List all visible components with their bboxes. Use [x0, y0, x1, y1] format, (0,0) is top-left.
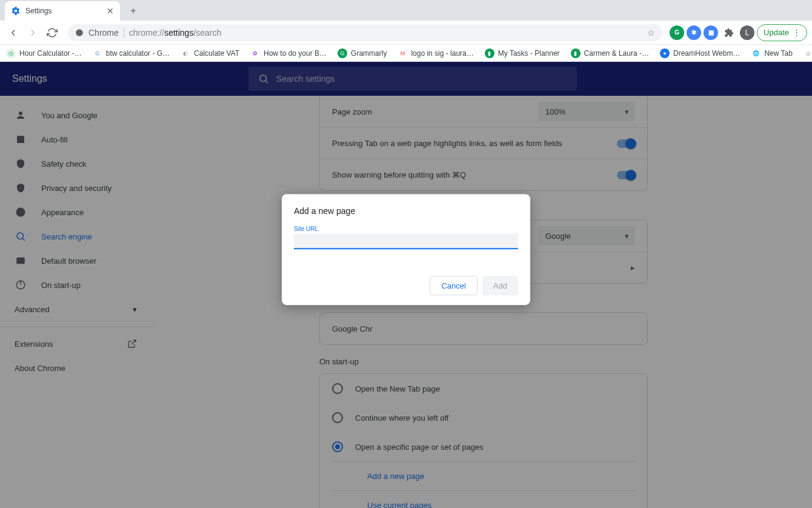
- add-button[interactable]: Add: [482, 276, 518, 295]
- bookmark-item[interactable]: ◷Hour Calculator -…: [6, 48, 82, 58]
- update-button[interactable]: Update ⋮: [757, 24, 807, 41]
- bookmark-item[interactable]: ●DreamHost Webm…: [660, 48, 740, 58]
- add-page-dialog: Add a new page Site URL Cancel Add: [282, 194, 530, 305]
- bookmarks-bar: ◷Hour Calculator -… Gbtw calculator - G……: [0, 45, 812, 62]
- close-tab-icon[interactable]: ✕: [107, 6, 114, 16]
- profile-avatar[interactable]: L: [740, 25, 754, 40]
- browser-tab[interactable]: Settings ✕: [5, 1, 120, 21]
- url-prefix: Chrome: [88, 28, 124, 38]
- bookmark-favicon: G: [338, 48, 347, 58]
- bookmark-favicon: ◷: [6, 48, 16, 58]
- extension-icon-1[interactable]: G: [670, 25, 684, 40]
- back-button[interactable]: [5, 24, 22, 41]
- bookmark-favicon: ●: [660, 48, 670, 58]
- bookmark-item[interactable]: Gbtw calculator - G…: [93, 48, 170, 58]
- site-url-input[interactable]: [294, 233, 518, 249]
- bookmark-item[interactable]: ▮My Tasks - Planner: [485, 48, 560, 58]
- settings-favicon: [11, 6, 21, 16]
- extensions-button[interactable]: [720, 24, 737, 41]
- bookmark-item[interactable]: GGrammarly: [338, 48, 387, 58]
- bookmark-item[interactable]: 🌐New Tab: [751, 48, 792, 58]
- bookmark-favicon: ◐: [181, 48, 190, 58]
- bookmark-favicon: ▮: [485, 48, 494, 58]
- site-info-icon[interactable]: [75, 28, 84, 37]
- bookmark-favicon: G: [93, 48, 102, 58]
- new-tab-button[interactable]: +: [125, 2, 142, 19]
- update-label: Update: [764, 28, 789, 37]
- address-bar[interactable]: Chrome chrome://settings/search ☆: [68, 24, 662, 41]
- svg-point-0: [76, 29, 83, 36]
- extension-icon-2[interactable]: ✱: [687, 25, 701, 40]
- browser-toolbar: Chrome chrome://settings/search ☆ G ✱ ▦ …: [0, 21, 812, 45]
- dialog-actions: Cancel Add: [294, 276, 518, 295]
- bookmark-favicon: ▮: [571, 48, 581, 58]
- bookmark-favicon: 🌐: [751, 48, 760, 58]
- tab-title: Settings: [25, 7, 52, 15]
- extension-icon-3[interactable]: ▦: [704, 25, 718, 40]
- menu-dots-icon: ⋮: [793, 28, 800, 37]
- bookmark-item[interactable]: Mlogo in sig - laura…: [398, 48, 473, 58]
- bookmark-item[interactable]: ◎Vuren plank C24 g…: [804, 48, 812, 58]
- bookmark-star-icon[interactable]: ☆: [647, 28, 655, 38]
- reload-button[interactable]: [44, 24, 61, 41]
- bookmark-favicon: ◎: [804, 48, 812, 58]
- dialog-field-label: Site URL: [294, 226, 518, 232]
- forward-button[interactable]: [24, 24, 41, 41]
- url-text: chrome://settings/search: [129, 28, 222, 38]
- tab-strip: Settings ✕ +: [0, 0, 812, 21]
- bookmark-item[interactable]: ✿How to do your B…: [250, 48, 327, 58]
- bookmark-item[interactable]: ◐Calculate VAT: [181, 48, 239, 58]
- dialog-title: Add a new page: [294, 206, 518, 216]
- bookmark-favicon: ✿: [250, 48, 260, 58]
- cancel-button[interactable]: Cancel: [430, 276, 477, 295]
- bookmark-favicon: M: [398, 48, 407, 58]
- bookmark-item[interactable]: ▮Carmen & Laura -…: [571, 48, 649, 58]
